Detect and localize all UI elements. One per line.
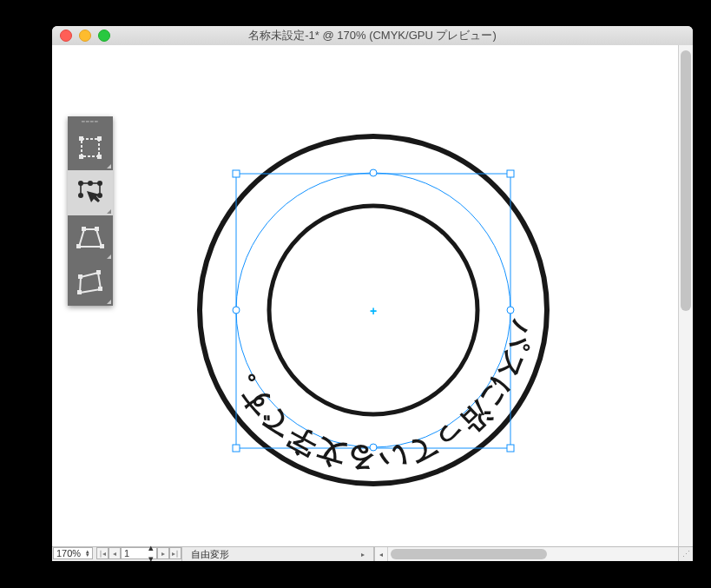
- svg-rect-11: [79, 136, 83, 141]
- zoom-level-field[interactable]: 170% ▴▾: [53, 547, 93, 559]
- first-artboard-button[interactable]: ∣◂: [96, 547, 109, 559]
- free-transform-tool-panel[interactable]: ━━━━: [68, 116, 113, 306]
- chevron-right-icon: ▸: [361, 551, 365, 558]
- window-controls: [52, 30, 110, 42]
- svg-rect-31: [98, 287, 102, 291]
- horizontal-scrollbar[interactable]: ◂: [374, 547, 678, 561]
- free-transform-icon: [76, 133, 105, 162]
- vertical-scroll-thumb[interactable]: [681, 50, 691, 311]
- tool-name-label: 自由変形 ▸: [181, 547, 374, 561]
- app-window: 名称未設定-1* @ 170% (CMYK/GPU プレビュー): [52, 26, 693, 561]
- svg-rect-14: [97, 155, 102, 159]
- svg-point-19: [88, 181, 93, 186]
- svg-marker-28: [80, 273, 101, 293]
- svg-rect-32: [77, 290, 82, 294]
- vertical-scrollbar[interactable]: [678, 45, 693, 547]
- horizontal-scroll-thumb[interactable]: [391, 549, 547, 559]
- close-window-button[interactable]: [60, 30, 72, 42]
- svg-rect-24: [82, 227, 86, 231]
- svg-rect-29: [78, 274, 82, 279]
- panel-drag-handle[interactable]: ━━━━: [68, 116, 113, 125]
- svg-rect-2: [233, 170, 240, 177]
- svg-point-8: [233, 307, 240, 314]
- document-canvas[interactable]: パスに沿っている文字です。 +: [52, 45, 679, 547]
- status-bar: 170% ▴▾ ∣◂ ◂ 1 ▴▾ ▸ ▸∣ 自由変形 ▸ ◂ ⋰: [52, 546, 693, 561]
- free-transform-mode-button[interactable]: [68, 125, 113, 170]
- text-on-path[interactable]: パスに沿っている文字です。: [219, 316, 537, 475]
- free-distort-icon: [76, 268, 105, 298]
- svg-point-20: [97, 181, 102, 186]
- zoom-window-button[interactable]: [98, 30, 110, 42]
- svg-rect-27: [100, 244, 104, 248]
- svg-rect-13: [79, 155, 83, 159]
- last-artboard-button[interactable]: ▸∣: [169, 547, 181, 559]
- svg-point-6: [370, 169, 377, 176]
- svg-rect-12: [97, 136, 102, 141]
- free-distort-mode-button[interactable]: [68, 261, 113, 306]
- svg-rect-3: [507, 170, 514, 177]
- svg-rect-10: [82, 139, 99, 156]
- minimize-window-button[interactable]: [79, 30, 91, 42]
- scroll-left-icon[interactable]: ◂: [375, 547, 388, 561]
- resize-grip-icon[interactable]: ⋰: [678, 547, 693, 561]
- svg-rect-25: [95, 227, 99, 231]
- svg-rect-5: [507, 445, 514, 452]
- puppet-warp-mode-button[interactable]: [68, 170, 113, 215]
- puppet-warp-icon: [76, 178, 105, 208]
- svg-point-18: [78, 181, 83, 186]
- artwork: パスに沿っている文字です。: [52, 45, 679, 547]
- artboard-number-field[interactable]: 1 ▴▾: [121, 547, 157, 559]
- zoom-value: 170%: [56, 548, 81, 558]
- dropdown-icon: ▴▾: [86, 550, 89, 557]
- svg-rect-30: [96, 270, 101, 274]
- next-artboard-button[interactable]: ▸: [157, 547, 169, 559]
- svg-point-9: [507, 307, 514, 314]
- dropdown-icon: ▴▾: [148, 542, 154, 561]
- svg-marker-23: [79, 229, 102, 247]
- svg-rect-26: [76, 244, 81, 248]
- center-point-icon: +: [370, 304, 377, 318]
- perspective-distort-mode-button[interactable]: [68, 215, 113, 261]
- prev-artboard-button[interactable]: ◂: [109, 547, 121, 559]
- perspective-icon: [76, 223, 105, 253]
- window-title: 名称未設定-1* @ 170% (CMYK/GPU プレビュー): [52, 28, 693, 43]
- titlebar[interactable]: 名称未設定-1* @ 170% (CMYK/GPU プレビュー): [52, 26, 693, 46]
- svg-rect-4: [233, 445, 240, 452]
- artboard-number: 1: [124, 548, 129, 558]
- svg-point-21: [78, 193, 83, 198]
